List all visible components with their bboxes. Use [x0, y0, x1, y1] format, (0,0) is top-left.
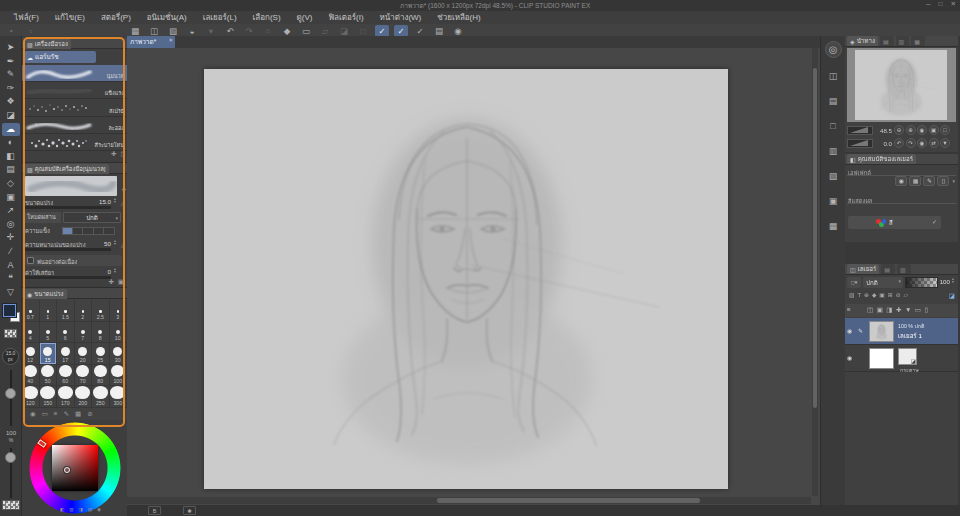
tone-effect-icon[interactable]: ▦: [909, 176, 921, 186]
brush-size-option-200[interactable]: 200: [75, 386, 93, 408]
new-folder-icon[interactable]: ▣: [877, 306, 883, 314]
minimize-button[interactable]: ─: [926, 0, 931, 8]
new-layer-icon[interactable]: ◫: [867, 306, 873, 314]
square-mode-icon[interactable]: ▥: [69, 507, 73, 512]
ruler-tool[interactable]: ∕: [2, 245, 20, 258]
draft-icon[interactable]: ⊞: [888, 292, 893, 298]
layer-opacity-spinner[interactable]: ▴▾: [950, 278, 956, 285]
brush-size-option-15[interactable]: 15: [40, 343, 58, 365]
continuous-spray-option[interactable]: พ่นอย่างต่อเนื่อง: [25, 255, 122, 266]
canvas-artwork[interactable]: [204, 69, 728, 489]
reset-rotation-icon[interactable]: ◉: [917, 138, 927, 148]
menu-item-1[interactable]: ไฟล์(F): [6, 11, 47, 24]
fit-screen-icon[interactable]: ▣: [929, 125, 939, 135]
density-dynamics-icon[interactable]: ◬: [121, 242, 125, 248]
blend-mode-dropdown[interactable]: ปกติ ▾: [63, 212, 121, 223]
pencil-tool[interactable]: ✎: [2, 68, 20, 81]
layer-opacity-slider[interactable]: [905, 277, 938, 288]
stabilization-value[interactable]: 0: [108, 268, 111, 275]
combine-layer-icon[interactable]: ✚: [896, 306, 901, 314]
download-palette-icon[interactable]: ▣: [826, 194, 841, 208]
delete-layer-icon[interactable]: ▯: [925, 306, 929, 314]
material-palette-icon[interactable]: ▧: [826, 169, 841, 183]
transfer-layer-icon[interactable]: ◨: [886, 306, 892, 314]
paper-expression-thumbnail[interactable]: ◪: [898, 348, 917, 365]
transparent-color-swatch[interactable]: [4, 329, 17, 338]
bar-mode-icon[interactable]: ▤: [88, 507, 92, 512]
brush-size-option-7[interactable]: 7: [75, 322, 93, 344]
brush-size-value[interactable]: 15.0: [99, 198, 111, 205]
density-value[interactable]: 50: [104, 240, 111, 247]
reference-icon[interactable]: ⊘: [896, 292, 901, 298]
layer-property-tab[interactable]: ◧ คุณสมบัติของเลเยอร์: [847, 154, 916, 164]
brush-size-option-20[interactable]: 20: [75, 343, 93, 365]
brush-tool[interactable]: ✑: [2, 82, 20, 95]
wheel-settings-icon[interactable]: ◉: [97, 507, 101, 512]
fit-window-icon[interactable]: □: [940, 125, 950, 135]
brush-size-option-3[interactable]: 3: [110, 300, 128, 322]
operation-tool[interactable]: ➤: [2, 41, 20, 54]
gradient-tool[interactable]: ▤: [2, 163, 20, 176]
saturation-value-square[interactable]: [52, 445, 98, 491]
item-bank-palette-icon[interactable]: ▤: [826, 94, 841, 108]
brush-size-option-1.5[interactable]: 1.5: [57, 300, 75, 322]
layer-row-1[interactable]: ◉ ✎ 100 % ปกติ เลเยอร์ 1: [845, 318, 958, 345]
brush-size-option-70[interactable]: 70: [75, 365, 93, 387]
pen-tool[interactable]: ✒: [2, 55, 20, 68]
brush-size-option-170[interactable]: 170: [57, 386, 75, 408]
property-settings-icon[interactable]: ▣: [118, 277, 124, 286]
layer-visible-icon[interactable]: ◉: [847, 327, 852, 334]
text-tool[interactable]: A: [2, 259, 20, 272]
subview-tab-icon[interactable]: ▤: [880, 36, 894, 46]
layer-search-tab-icon[interactable]: ▤: [881, 264, 895, 274]
clip-below-icon[interactable]: ▧: [849, 292, 854, 298]
brush-size-spinner[interactable]: ▴▾: [112, 198, 118, 205]
menu-mode-icon[interactable]: ≡: [54, 409, 58, 418]
information-palette-icon[interactable]: □: [826, 119, 841, 133]
horizontal-scrollbar-thumb[interactable]: [437, 498, 700, 503]
hardness-expand-icon[interactable]: ›: [123, 228, 125, 234]
brush-size-option-40[interactable]: 40: [22, 365, 40, 387]
tool-property-tab[interactable]: ▨ คุณสมบัติเครื่องมือ[นุ่มนวล]: [24, 164, 109, 174]
selection-tool[interactable]: ▽: [2, 286, 20, 299]
subview-palette-icon[interactable]: ◫: [826, 69, 841, 83]
brush-size-option-50[interactable]: 50: [40, 365, 58, 387]
menu-item-4[interactable]: อนิเมชั่น(A): [139, 11, 195, 24]
history-palette-icon[interactable]: ▥: [826, 144, 841, 158]
brush-size-option-250[interactable]: 250: [92, 386, 110, 408]
menu-item-8[interactable]: ฟิลเตอร์(I): [320, 11, 371, 24]
brush-size-track[interactable]: [25, 206, 111, 209]
brush-size-option-150[interactable]: 150: [40, 386, 58, 408]
paper-thumbnail[interactable]: [869, 348, 894, 369]
text-attr-icon[interactable]: T: [857, 292, 861, 298]
frame-border-tool[interactable]: ▣: [2, 191, 20, 204]
close-button[interactable]: ✕: [951, 0, 956, 8]
vertical-scrollbar[interactable]: [812, 48, 818, 496]
hue-mode-icon[interactable]: ◧: [60, 507, 64, 512]
tone-status-icon[interactable]: ✱: [183, 506, 196, 515]
brush-size-option-8[interactable]: 8: [92, 322, 110, 344]
horizontal-scrollbar[interactable]: [127, 497, 811, 504]
document-tab-close-icon[interactable]: ✕: [168, 37, 173, 43]
delete-size-icon[interactable]: ⊘: [87, 409, 92, 418]
info-tab-icon[interactable]: ▥: [896, 36, 910, 46]
brush-size-slider-knob[interactable]: [5, 388, 16, 399]
subtool-item-1[interactable]: นุ่มนวล: [22, 65, 127, 82]
opacity-slider-knob[interactable]: [5, 452, 16, 463]
move-tool[interactable]: ✛: [2, 231, 20, 244]
effect-chevron-icon[interactable]: ▾: [952, 178, 955, 184]
layer-menu-icon[interactable]: ≡: [847, 306, 851, 313]
subtool-group-airbrush[interactable]: ☁ แอร์บรัช: [24, 51, 96, 63]
brush-size-option-10[interactable]: 10: [110, 322, 128, 344]
zoom-tool[interactable]: ◎: [2, 218, 20, 231]
expression-color-dropdown[interactable]: สี ✓: [848, 216, 941, 229]
add-property-icon[interactable]: ✚: [108, 277, 113, 286]
layer-name[interactable]: เลเยอร์ 1: [898, 331, 922, 341]
lock-icon[interactable]: ◈: [121, 185, 126, 192]
navigator-preview[interactable]: [847, 48, 956, 122]
quick-zoom-icon[interactable]: ◎: [825, 41, 842, 58]
eraser-tool[interactable]: ◪: [2, 109, 20, 122]
pin-icon[interactable]: ⊕: [864, 292, 869, 298]
layer-blend-dropdown[interactable]: ปกติ ▾: [863, 277, 903, 288]
zoom-100-icon[interactable]: ◉: [917, 125, 927, 135]
